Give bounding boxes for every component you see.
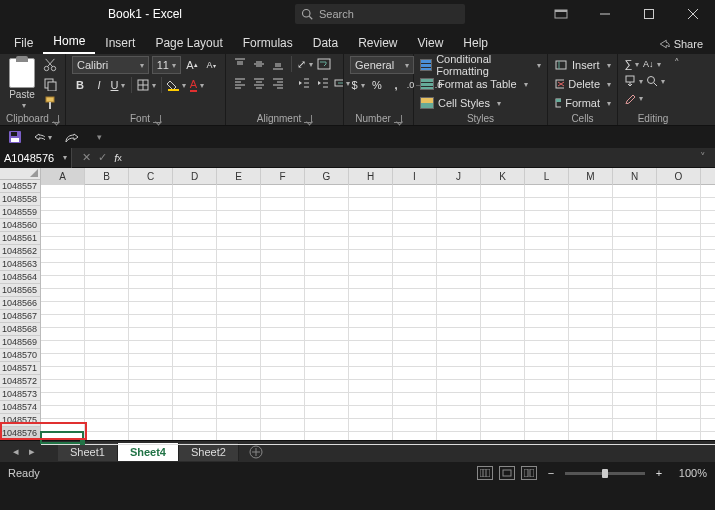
tab-formulas[interactable]: Formulas — [233, 32, 303, 54]
number-format-select[interactable]: General▾ — [350, 56, 414, 74]
close-button[interactable] — [671, 0, 715, 28]
sort-filter-button[interactable]: A↓▾ — [643, 56, 661, 72]
sheet-tab[interactable]: Sheet2 — [179, 443, 239, 461]
align-left-button[interactable] — [232, 75, 248, 91]
column-header[interactable]: J — [437, 168, 481, 185]
increase-font-button[interactable]: A▴ — [184, 57, 200, 73]
alignment-dialog-launcher[interactable] — [304, 115, 312, 123]
row-header[interactable]: 1048575 — [0, 414, 40, 427]
tab-home[interactable]: Home — [43, 30, 95, 54]
border-button[interactable]: ▾ — [137, 77, 156, 93]
search-box[interactable]: Search — [295, 4, 465, 24]
row-header[interactable]: 1048561 — [0, 232, 40, 245]
column-header[interactable]: K — [481, 168, 525, 185]
row-header[interactable]: 1048560 — [0, 219, 40, 232]
redo-button[interactable] — [62, 128, 80, 146]
name-box[interactable]: A1048576▾ — [0, 148, 72, 168]
tab-review[interactable]: Review — [348, 32, 407, 54]
decrease-font-button[interactable]: A▾ — [203, 57, 219, 73]
font-size-select[interactable]: 11▾ — [152, 56, 181, 74]
font-name-select[interactable]: Calibri▾ — [72, 56, 149, 74]
fill-color-button[interactable]: ▾ — [167, 77, 186, 93]
zoom-in-button[interactable]: + — [651, 465, 667, 481]
tab-page-layout[interactable]: Page Layout — [145, 32, 232, 54]
decrease-indent-button[interactable] — [296, 75, 312, 91]
align-top-button[interactable] — [232, 56, 248, 72]
row-header[interactable]: 1048563 — [0, 258, 40, 271]
column-header[interactable]: E — [217, 168, 261, 185]
row-headers[interactable]: 1048557104855810485591048560104856110485… — [0, 180, 41, 440]
sheet-tab[interactable]: Sheet1 — [58, 443, 118, 461]
row-header[interactable]: 1048576 — [0, 427, 40, 440]
share-button[interactable]: Share — [650, 34, 711, 54]
column-header[interactable]: G — [305, 168, 349, 185]
column-headers[interactable]: ABCDEFGHIJKLMNO — [41, 168, 715, 185]
tab-insert[interactable]: Insert — [95, 32, 145, 54]
row-header[interactable]: 1048558 — [0, 193, 40, 206]
formula-enter-button[interactable]: ✓ — [94, 150, 110, 166]
comma-format-button[interactable]: , — [388, 77, 404, 93]
row-header[interactable]: 1048570 — [0, 349, 40, 362]
column-header[interactable]: H — [349, 168, 393, 185]
row-header[interactable]: 1048572 — [0, 375, 40, 388]
delete-cells-button[interactable]: Delete▾ — [554, 75, 611, 93]
row-header[interactable]: 1048571 — [0, 362, 40, 375]
row-header[interactable]: 1048564 — [0, 271, 40, 284]
sheet-tab[interactable]: Sheet4 — [118, 443, 179, 461]
ribbon-display-icon[interactable] — [539, 0, 583, 28]
row-header[interactable]: 1048559 — [0, 206, 40, 219]
orientation-button[interactable]: ⤢▾ — [297, 56, 313, 72]
row-header[interactable]: 1048567 — [0, 310, 40, 323]
maximize-button[interactable] — [627, 0, 671, 28]
row-header[interactable]: 1048573 — [0, 388, 40, 401]
tab-help[interactable]: Help — [453, 32, 498, 54]
autosum-button[interactable]: ∑▾ — [624, 56, 640, 72]
minimize-button[interactable] — [583, 0, 627, 28]
tab-file[interactable]: File — [4, 32, 43, 54]
normal-view-button[interactable] — [477, 466, 493, 480]
increase-indent-button[interactable] — [315, 75, 331, 91]
column-header[interactable]: D — [173, 168, 217, 185]
column-header[interactable]: N — [613, 168, 657, 185]
page-layout-view-button[interactable] — [499, 466, 515, 480]
accounting-format-button[interactable]: $▾ — [350, 77, 366, 93]
row-header[interactable]: 1048562 — [0, 245, 40, 258]
underline-button[interactable]: U▾ — [110, 77, 126, 93]
format-as-table-button[interactable]: Format as Table▾ — [420, 75, 541, 93]
align-right-button[interactable] — [270, 75, 286, 91]
row-header[interactable]: 1048569 — [0, 336, 40, 349]
tab-view[interactable]: View — [408, 32, 454, 54]
conditional-formatting-button[interactable]: Conditional Formatting▾ — [420, 56, 541, 74]
column-header[interactable]: I — [393, 168, 437, 185]
select-all-corner[interactable] — [0, 168, 41, 180]
row-header[interactable]: 1048566 — [0, 297, 40, 310]
save-button[interactable] — [6, 128, 24, 146]
tab-data[interactable]: Data — [303, 32, 348, 54]
customize-qat-button[interactable]: ▾ — [90, 128, 108, 146]
fill-button[interactable]: ▾ — [624, 73, 643, 89]
number-dialog-launcher[interactable] — [394, 115, 402, 123]
page-break-view-button[interactable] — [521, 466, 537, 480]
cut-button[interactable] — [41, 56, 59, 74]
formula-cancel-button[interactable]: ✕ — [78, 150, 94, 166]
row-header[interactable]: 1048574 — [0, 401, 40, 414]
cell-styles-button[interactable]: Cell Styles▾ — [420, 94, 541, 112]
zoom-out-button[interactable]: − — [543, 465, 559, 481]
copy-button[interactable] — [41, 75, 59, 93]
undo-button[interactable]: ▾ — [34, 128, 52, 146]
insert-cells-button[interactable]: Insert▾ — [554, 56, 611, 74]
column-header[interactable]: L — [525, 168, 569, 185]
percent-format-button[interactable]: % — [369, 77, 385, 93]
font-dialog-launcher[interactable] — [153, 115, 161, 123]
row-header[interactable]: 1048565 — [0, 284, 40, 297]
row-header[interactable]: 1048557 — [0, 180, 40, 193]
sheet-nav-next[interactable]: ▸ — [24, 444, 40, 460]
column-header[interactable]: B — [85, 168, 129, 185]
format-painter-button[interactable] — [41, 94, 59, 112]
bold-button[interactable]: B — [72, 77, 88, 93]
column-header[interactable]: C — [129, 168, 173, 185]
insert-function-button[interactable]: fx — [110, 150, 126, 166]
cells-area[interactable] — [41, 185, 715, 440]
column-header[interactable]: M — [569, 168, 613, 185]
align-center-button[interactable] — [251, 75, 267, 91]
